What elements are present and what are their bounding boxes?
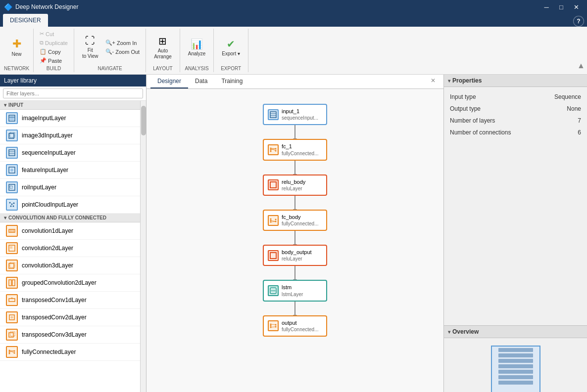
node-input1[interactable]: input_1 sequenceInput... [263,104,327,125]
app-title: Deep Network Designer [15,3,539,10]
svg-rect-1 [10,116,14,120]
new-icon: ✚ [12,38,21,50]
layer-icon-fullyConnected [6,346,18,358]
list-item[interactable]: roiInputLayer [0,179,140,196]
analyze-button[interactable]: 📊 Analyze [184,36,210,59]
svg-line-71 [271,327,276,327]
svg-point-46 [270,150,272,152]
paste-button[interactable]: 📌 Paste [38,56,70,65]
layout-group-label: LAYOUT [153,66,172,71]
layer-icon-featureInput [6,164,18,176]
list-item[interactable]: image3dInputLayer [0,127,140,144]
node-fc1[interactable]: fc_1 fullyConnected... [263,139,327,160]
overview-minimap[interactable] [491,346,540,392]
prop-row-input-type: Input type Sequence [444,91,587,103]
node-icon-lstm [268,285,279,296]
list-item[interactable]: pointCloudInputLayer [0,196,140,214]
zoom-out-button[interactable]: 🔍- Zoom Out [103,47,142,56]
layout-buttons: ⊞ AutoArrange [150,30,176,65]
node-body-output[interactable]: body_output reluLayer [263,245,327,266]
tab-data[interactable]: Data [188,75,214,88]
list-item[interactable]: convolution1dLayer [0,222,140,240]
cut-icon: ✂ [40,31,44,37]
layer-icon-roiInput [6,181,18,193]
svg-rect-60 [270,253,276,259]
node-type-input1: sequenceInput... [282,115,318,121]
help-button[interactable]: ? [573,16,584,27]
layer-icon-sequenceInput [6,147,18,159]
svg-rect-5 [9,150,15,156]
layer-icon-groupedConv2d [6,277,18,289]
ribbon-group-layout: ⊞ AutoArrange LAYOUT [146,29,180,72]
filter-input[interactable] [3,88,143,98]
svg-point-53 [270,218,272,219]
node-relu-body[interactable]: relu_body reluLayer [263,174,327,196]
properties-arrow: ▾ [448,78,450,84]
svg-point-64 [274,290,276,292]
prop-value-num-layers: 7 [578,117,581,124]
ribbon-tab-designer[interactable]: DESIGNER [3,14,48,27]
export-button[interactable]: ✔ Export ▾ [218,36,244,59]
list-item[interactable]: fullyConnectedLayer [0,344,140,361]
panel-close-button[interactable]: ✕ [427,75,440,88]
designer-canvas[interactable]: input_1 sequenceInput... fc_1 [147,89,443,392]
auto-arrange-button[interactable]: ⊞ AutoArrange [150,33,176,62]
node-text-fc1: fc_1 fullyConnected... [282,143,319,156]
auto-arrange-icon: ⊞ [158,35,167,47]
designer-tab-bar: Designer Data Training ✕ [147,75,443,89]
minimize-button[interactable]: ─ [539,0,553,14]
duplicate-button[interactable]: ⧉ Duplicate [38,39,70,47]
zoom-in-button[interactable]: 🔍+ Zoom In [103,39,142,47]
copy-label: Copy [48,49,61,55]
ribbon-group-network: ✚ New NETWORK [0,29,34,72]
category-arrow-input: ▾ [4,102,6,108]
sidebar-scrollbar[interactable]: ▼ [140,101,146,392]
cut-button[interactable]: ✂ Cut [38,30,70,38]
svg-point-16 [13,206,14,207]
node-output[interactable]: output fullyConnected... [263,315,327,337]
sidebar-content: ▾ INPUT imageInputLayer image3dInputLaye… [0,101,140,392]
node-name-output: output [282,319,319,326]
app-icon: 🔷 [4,3,12,11]
list-item[interactable]: groupedConvolution2dLayer [0,274,140,292]
sidebar-scrollbar-thumb[interactable] [141,106,146,135]
export-label: Export ▾ [222,51,240,57]
mini-node-1 [498,348,533,352]
list-item[interactable]: imageInputLayer [0,110,140,127]
list-item[interactable]: convolution3dLayer [0,257,140,274]
svg-rect-27 [9,299,15,302]
ribbon-content: ✚ New NETWORK ✂ Cut ⧉ Duplicate [0,27,587,74]
list-item[interactable]: transposedConv3dLayer [0,326,140,344]
node-fc-body[interactable]: fc_body fullyConnected... [263,210,327,231]
svg-line-70 [271,324,276,325]
node-lstm[interactable]: lstm lstmLayer [263,280,327,301]
list-item[interactable]: transposedConv1dLayer [0,292,140,309]
properties-title: Properties [452,77,482,84]
tab-training[interactable]: Training [214,75,249,88]
node-block-output: output fullyConnected... [263,315,327,337]
node-name-body-output: body_output [282,249,312,256]
copy-icon: 📋 [40,48,47,55]
list-item[interactable]: sequenceInputLayer [0,144,140,162]
svg-rect-22 [10,246,12,249]
layer-icon-pointCloudInput [6,199,18,211]
layer-label: convolution1dLayer [22,227,73,234]
node-text-relu-body: relu_body reluLayer [282,178,305,192]
list-item[interactable]: convolution2dLayer [0,240,140,257]
zoom-col: 🔍+ Zoom In 🔍- Zoom Out [103,39,142,56]
svg-rect-25 [9,280,11,286]
copy-button[interactable]: 📋 Copy [38,47,70,56]
analysis-buttons: 📊 Analyze [184,30,210,65]
close-button[interactable]: ✕ [569,0,583,14]
network-buttons: ✚ New [6,30,28,65]
layer-icon-conv3d [6,260,18,271]
list-item[interactable]: featureInputLayer [0,162,140,179]
fit-to-view-button[interactable]: ⛶ Fitto View [78,33,102,61]
ribbon-collapse-button[interactable]: ▲ [577,61,585,70]
list-item[interactable]: transposedConv2dLayer [0,309,140,326]
new-button[interactable]: ✚ New [6,36,28,59]
tab-designer[interactable]: Designer [150,75,188,88]
titlebar: 🔷 Deep Network Designer ─ □ ✕ [0,0,587,14]
maximize-button[interactable]: □ [554,0,568,14]
zoom-in-icon: 🔍+ [105,40,115,46]
